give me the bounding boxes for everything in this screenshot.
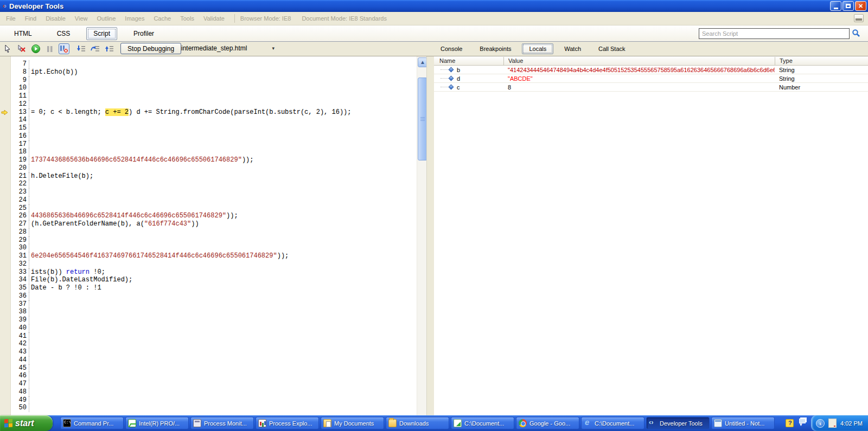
code-line[interactable]: 41 bbox=[0, 332, 417, 340]
code-line[interactable]: 20 bbox=[0, 164, 417, 172]
code-line[interactable]: 29 bbox=[0, 236, 417, 245]
line-gutter[interactable] bbox=[0, 236, 11, 245]
code-line[interactable]: 33ists(b)) return !0; bbox=[0, 268, 417, 276]
code-editor[interactable]: 78ipt.Echo(b))910111213= 0; c < b.length… bbox=[0, 56, 417, 412]
line-number[interactable]: 42 bbox=[11, 340, 29, 348]
code-line[interactable]: 23 bbox=[0, 188, 417, 196]
code-line[interactable]: 27(h.GetParentFolderName(b), a("616f774c… bbox=[0, 220, 417, 228]
debug-tab-breakpoints[interactable]: Breakpoints bbox=[473, 44, 518, 54]
line-gutter[interactable] bbox=[0, 60, 11, 68]
code-line[interactable]: 14 bbox=[0, 116, 417, 124]
code-line[interactable]: 39 bbox=[0, 316, 417, 324]
step-into-icon[interactable] bbox=[76, 43, 87, 54]
line-gutter[interactable] bbox=[0, 340, 11, 348]
line-number[interactable]: 19 bbox=[11, 156, 29, 164]
line-number[interactable]: 23 bbox=[11, 188, 29, 196]
code-line[interactable]: 15 bbox=[0, 124, 417, 132]
line-number[interactable]: 30 bbox=[11, 244, 29, 252]
line-gutter[interactable] bbox=[0, 68, 11, 76]
code-line[interactable]: 46 bbox=[0, 372, 417, 380]
code-line[interactable]: 32 bbox=[0, 260, 417, 268]
column-header-name[interactable]: Name bbox=[434, 57, 503, 64]
line-number[interactable]: 45 bbox=[11, 364, 29, 372]
line-number[interactable]: 49 bbox=[11, 396, 29, 404]
tab-html[interactable]: HTML bbox=[5, 28, 41, 40]
line-gutter[interactable] bbox=[0, 84, 11, 92]
line-number[interactable]: 29 bbox=[11, 236, 29, 245]
line-gutter[interactable] bbox=[0, 132, 11, 140]
pointer-clear-icon[interactable] bbox=[16, 43, 27, 54]
taskbar-button-script[interactable]: C:\Document... bbox=[451, 417, 514, 429]
line-number[interactable]: 35 bbox=[11, 284, 29, 292]
menu-outline[interactable]: Outline bbox=[95, 14, 117, 23]
line-number[interactable]: 28 bbox=[11, 228, 29, 236]
line-gutter[interactable] bbox=[0, 324, 11, 332]
debug-tab-locals[interactable]: Locals bbox=[522, 43, 553, 54]
taskbar-button-chrome[interactable]: Google - Goo... bbox=[516, 417, 579, 429]
taskbar-button-intel[interactable]: Intel(R) PRO/... bbox=[125, 417, 189, 429]
line-gutter[interactable] bbox=[0, 140, 11, 149]
line-gutter[interactable] bbox=[0, 204, 11, 213]
line-number[interactable]: 22 bbox=[11, 180, 29, 188]
code-line[interactable]: 37 bbox=[0, 300, 417, 308]
line-gutter[interactable] bbox=[0, 212, 11, 220]
line-number[interactable]: 16 bbox=[11, 132, 29, 140]
code-line[interactable]: 34File(b).DateLastModified); bbox=[0, 276, 417, 284]
line-gutter[interactable] bbox=[0, 172, 11, 181]
menu-cache[interactable]: Cache bbox=[152, 14, 173, 23]
code-line[interactable]: 47 bbox=[0, 380, 417, 388]
line-number[interactable]: 21 bbox=[11, 172, 29, 181]
line-gutter[interactable] bbox=[0, 116, 11, 124]
tab-profiler[interactable]: Profiler bbox=[125, 28, 163, 40]
menu-file[interactable]: File bbox=[4, 14, 17, 23]
code-line[interactable]: 25 bbox=[0, 204, 417, 213]
line-gutter[interactable] bbox=[0, 388, 11, 396]
code-line[interactable]: 36 bbox=[0, 292, 417, 300]
line-number[interactable]: 48 bbox=[11, 388, 29, 396]
display-switch-tray-icon[interactable] bbox=[798, 419, 806, 428]
code-line[interactable]: 42 bbox=[0, 340, 417, 348]
code-line[interactable]: 13= 0; c < b.length; c += 2) d += String… bbox=[0, 108, 417, 117]
line-number[interactable]: 50 bbox=[11, 404, 29, 412]
line-gutter[interactable] bbox=[0, 364, 11, 372]
locals-row-b[interactable]: b"4142434445464748494a4b4c4d4e4f50515253… bbox=[434, 66, 868, 74]
start-button[interactable]: start bbox=[0, 415, 53, 431]
line-number[interactable]: 15 bbox=[11, 124, 29, 132]
stop-debugging-button[interactable]: Stop Debugging bbox=[120, 43, 181, 54]
minimize-button[interactable] bbox=[830, 1, 841, 11]
line-gutter[interactable] bbox=[0, 196, 11, 204]
line-number[interactable]: 41 bbox=[11, 332, 29, 340]
code-line[interactable]: 12 bbox=[0, 100, 417, 108]
line-gutter[interactable] bbox=[0, 300, 11, 308]
line-number[interactable]: 37 bbox=[11, 300, 29, 308]
code-line[interactable]: 49 bbox=[0, 396, 417, 404]
line-number[interactable]: 17 bbox=[11, 140, 29, 149]
code-line[interactable]: 43 bbox=[0, 348, 417, 356]
tab-script[interactable]: Script bbox=[86, 27, 117, 40]
line-number[interactable]: 44 bbox=[11, 356, 29, 364]
code-line[interactable]: 1917374436865636b46696c6528414f446c6c466… bbox=[0, 156, 417, 164]
pane-divider[interactable] bbox=[426, 56, 434, 415]
menu-disable[interactable]: Disable bbox=[44, 14, 67, 23]
code-line[interactable]: 35Date - b ? !0 : !1 bbox=[0, 284, 417, 292]
break-all-icon[interactable] bbox=[44, 43, 55, 54]
line-number[interactable]: 9 bbox=[11, 76, 29, 85]
line-gutter[interactable] bbox=[0, 164, 11, 172]
line-number[interactable]: 39 bbox=[11, 316, 29, 324]
code-line[interactable]: 9 bbox=[0, 76, 417, 85]
line-gutter[interactable] bbox=[0, 188, 11, 196]
code-line[interactable]: 17 bbox=[0, 140, 417, 149]
taskbar-button-ie[interactable]: C:\Document... bbox=[581, 417, 644, 429]
line-gutter[interactable] bbox=[0, 356, 11, 364]
line-number[interactable]: 47 bbox=[11, 380, 29, 388]
code-line[interactable]: 50 bbox=[0, 404, 417, 412]
line-gutter[interactable] bbox=[0, 148, 11, 156]
line-number[interactable]: 26 bbox=[11, 212, 29, 220]
taskbar-button-notepad[interactable]: Untitled - Not... bbox=[711, 417, 775, 429]
tray-app-icon[interactable] bbox=[828, 419, 837, 428]
menu-tools[interactable]: Tools bbox=[178, 14, 196, 23]
hide-icons-chevron-icon[interactable]: ‹ bbox=[816, 419, 825, 428]
line-number[interactable]: 12 bbox=[11, 100, 29, 108]
line-number[interactable]: 13 bbox=[11, 108, 29, 117]
code-line[interactable]: 28 bbox=[0, 228, 417, 236]
